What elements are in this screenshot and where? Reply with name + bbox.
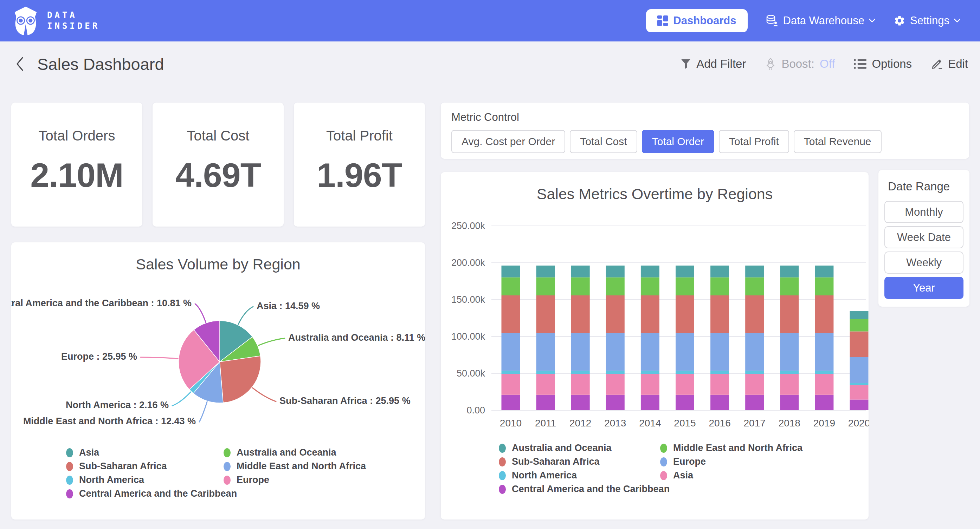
date-range-button-group: MonthlyWeek DateWeeklyYear — [885, 201, 964, 299]
back-button[interactable] — [12, 54, 28, 74]
bar-segment-europe — [745, 333, 764, 370]
bar-segment-australia-and-oceania — [606, 265, 625, 278]
bar-segment-asia — [745, 374, 764, 395]
pie-slice-sub-saharan-africa — [220, 356, 261, 402]
bar-segment-north-america — [710, 370, 729, 374]
chevron-left-icon — [14, 56, 26, 71]
bar-segment-europe — [676, 333, 694, 370]
bar-segment-central-america-and-the-caribbean — [571, 395, 590, 410]
bar-segment-australia-and-oceania — [815, 265, 834, 278]
filter-funnel-icon — [681, 58, 691, 70]
bar-segment-europe — [641, 333, 659, 370]
nav-settings[interactable]: Settings — [894, 14, 960, 27]
bar-segment-europe — [780, 333, 799, 370]
pie-label-line — [195, 304, 206, 322]
metric-option-total-cost[interactable]: Total Cost — [570, 130, 637, 153]
pie-slice-label: Australia and Oceania : 8.11 % — [288, 332, 425, 343]
legend-item-asia[interactable]: Asia — [66, 448, 237, 458]
date-range-option-monthly[interactable]: Monthly — [885, 201, 964, 223]
x-axis-tick-label: 2011 — [535, 418, 556, 429]
legend-item-europe[interactable]: Europe — [224, 475, 366, 485]
legend-item-europe[interactable]: Europe — [660, 457, 802, 467]
date-range-option-year[interactable]: Year — [885, 277, 964, 299]
kpi-value: 2.10M — [11, 156, 142, 195]
legend-dot-icon — [224, 448, 231, 458]
bar-segment-europe — [571, 333, 590, 370]
legend-dot-icon — [66, 476, 73, 485]
top-nav: DATA INSIDER Dashboards Data Warehouse — [0, 0, 980, 41]
kpi-card-total-orders: Total Orders 2.10M — [11, 103, 142, 227]
bar-segment-asia — [536, 374, 555, 395]
x-axis-tick-label: 2015 — [674, 418, 696, 429]
date-range-option-week-date[interactable]: Week Date — [885, 226, 964, 248]
nav-data-warehouse[interactable]: Data Warehouse — [766, 14, 875, 27]
bar-segment-north-america — [850, 383, 869, 385]
kpi-label: Total Orders — [11, 128, 142, 144]
legend-item-north-america[interactable]: North America — [499, 471, 670, 480]
bar-segment-europe — [606, 333, 625, 370]
bar-segment-middle-east-and-north-africa — [710, 278, 729, 295]
metric-control-panel: Metric Control Avg. Cost per OrderTotal … — [441, 103, 969, 159]
metric-option-avg-cost-per-order[interactable]: Avg. Cost per Order — [451, 130, 565, 153]
legend-item-label: Australia and Oceania — [237, 447, 336, 458]
x-axis-tick-label: 2010 — [500, 418, 522, 429]
pie-label-line — [172, 392, 191, 406]
metric-option-total-order[interactable]: Total Order — [642, 130, 714, 153]
bar-segment-asia — [815, 374, 834, 395]
legend-item-label: North America — [79, 475, 144, 485]
kpi-card-total-profit: Total Profit 1.96T — [294, 103, 425, 227]
brand-line2: INSIDER — [47, 21, 100, 32]
nav-dashboards[interactable]: Dashboards — [646, 9, 747, 32]
bar-segment-north-america — [815, 370, 834, 374]
edit-button[interactable]: Edit — [931, 57, 968, 71]
bar-segment-central-america-and-the-caribbean — [536, 395, 555, 410]
legend-item-australia-and-oceania[interactable]: Australia and Oceania — [224, 448, 366, 458]
legend-item-asia[interactable]: Asia — [660, 471, 802, 480]
metric-option-total-revenue[interactable]: Total Revenue — [794, 130, 881, 153]
legend-item-middle-east-and-north-africa[interactable]: Middle East and North Africa — [660, 443, 802, 453]
legend-item-middle-east-and-north-africa[interactable]: Middle East and North Africa — [224, 462, 366, 471]
gear-icon — [894, 15, 905, 27]
bar-segment-central-america-and-the-caribbean — [850, 400, 869, 410]
bar-chart-title: Sales Metrics Overtime by Regions — [441, 186, 869, 203]
legend-dot-icon — [224, 476, 231, 485]
legend-dot-icon — [660, 471, 667, 480]
bar-segment-sub-saharan-africa — [850, 332, 869, 357]
options-button[interactable]: Options — [854, 57, 912, 71]
boost-toggle[interactable]: Boost: Off — [765, 57, 835, 71]
legend-item-australia-and-oceania[interactable]: Australia and Oceania — [499, 443, 670, 453]
bar-chart-card: 0.0050.00k100.00k150.00k200.00k250.00k20… — [441, 172, 869, 519]
legend-item-sub-saharan-africa[interactable]: Sub-Saharan Africa — [66, 462, 237, 471]
bar-segment-sub-saharan-africa — [641, 295, 659, 333]
legend-item-label: Sub-Saharan Africa — [512, 456, 600, 467]
legend-item-label: Middle East and North Africa — [673, 443, 802, 453]
brand-logo[interactable]: DATA INSIDER — [13, 6, 100, 36]
bar-segment-central-america-and-the-caribbean — [641, 395, 659, 410]
bar-segment-australia-and-oceania — [780, 265, 799, 278]
bar-segment-middle-east-and-north-africa — [536, 278, 555, 295]
y-axis-tick-label: 0.00 — [466, 405, 485, 416]
legend-item-central-america-and-the-caribbean[interactable]: Central America and the Caribbean — [499, 485, 670, 494]
bar-segment-north-america — [780, 370, 799, 374]
bar-segment-asia — [780, 374, 799, 395]
date-range-option-weekly[interactable]: Weekly — [885, 251, 964, 274]
metric-option-total-profit[interactable]: Total Profit — [719, 130, 789, 153]
legend-item-label: Asia — [673, 470, 693, 481]
bar-segment-middle-east-and-north-africa — [641, 278, 659, 295]
pie-slice-label: Middle East and North Africa : 12.43 % — [23, 416, 196, 426]
bar-segment-sub-saharan-africa — [571, 295, 590, 333]
bar-segment-sub-saharan-africa — [815, 295, 834, 333]
metric-button-group: Avg. Cost per OrderTotal CostTotal Order… — [451, 130, 959, 153]
legend-item-sub-saharan-africa[interactable]: Sub-Saharan Africa — [499, 457, 670, 467]
legend-item-north-america[interactable]: North America — [66, 475, 237, 485]
pie-label-line — [199, 402, 207, 422]
legend-dot-icon — [66, 448, 73, 458]
add-filter-button[interactable]: Add Filter — [681, 57, 746, 71]
legend-item-central-america-and-the-caribbean[interactable]: Central America and the Caribbean — [66, 489, 237, 499]
bar-segment-middle-east-and-north-africa — [850, 319, 869, 331]
y-axis-tick-label: 150.00k — [451, 294, 485, 305]
bar-segment-middle-east-and-north-africa — [815, 278, 834, 295]
bar-segment-north-america — [501, 370, 520, 374]
bar-segment-australia-and-oceania — [501, 265, 520, 278]
bar-segment-middle-east-and-north-africa — [571, 278, 590, 295]
